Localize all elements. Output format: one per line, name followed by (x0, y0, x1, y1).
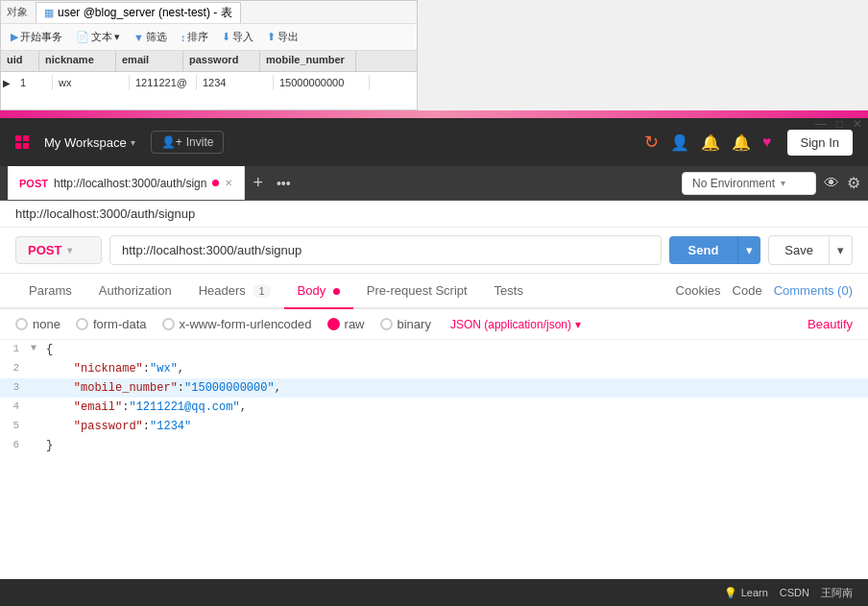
row-indicator: ▶ (1, 78, 14, 88)
invite-button[interactable]: 👤+ Invite (151, 131, 225, 154)
comments-link[interactable]: Comments (0) (774, 283, 853, 298)
request-tabs: Params Authorization Headers 1 Body Pre-… (0, 274, 868, 309)
minimize-button[interactable]: — (815, 117, 827, 131)
logo-cell (23, 135, 29, 141)
tab-close-icon[interactable]: ✕ (225, 178, 232, 188)
radio-none[interactable] (15, 318, 28, 330)
tab-tests[interactable]: Tests (481, 274, 537, 309)
logo-cell (15, 135, 21, 141)
tab-authorization[interactable]: Authorization (85, 274, 185, 309)
sort-button[interactable]: ↕ 排序 (175, 28, 215, 46)
postman-banner (0, 110, 868, 118)
user-icon[interactable]: 👤 (670, 133, 689, 152)
text-button[interactable]: 📄 文本 ▾ (70, 28, 126, 46)
eye-icon[interactable]: 👁 (824, 175, 839, 192)
lightbulb-icon: 💡 (724, 587, 737, 599)
csdn-link[interactable]: CSDN (780, 587, 809, 598)
headers-badge: 1 (253, 284, 270, 298)
line-number: 4 (0, 399, 31, 412)
option-binary[interactable]: binary (380, 317, 431, 331)
environment-dropdown[interactable]: No Environment ▾ (682, 172, 816, 195)
import-button[interactable]: ⬇ 导入 (216, 28, 259, 46)
option-none[interactable]: none (15, 317, 60, 331)
settings-icon[interactable]: 🔔 (732, 133, 751, 152)
tab-body[interactable]: Body (284, 274, 353, 309)
db-tab-table[interactable]: ▦ user @blog_server (nest-test) - 表 (36, 2, 241, 23)
topbar-icons: ↻ 👤 🔔 🔔 ♥ (644, 132, 772, 153)
method-label: POST (28, 243, 61, 257)
option-raw[interactable]: raw (327, 317, 365, 331)
method-select[interactable]: POST ▾ (15, 236, 102, 264)
cell-nickname: wx (53, 75, 130, 90)
table-row[interactable]: ▶ 1 wx 1211221@ 1234 15000000000 (1, 72, 417, 93)
tab-url: http://localhost:3000/auth/sign (54, 177, 206, 190)
line-number: 3 (0, 379, 31, 393)
send-button[interactable]: Send (669, 236, 738, 264)
code-line-3: 3 "mobile_number":"15000000000", (0, 378, 868, 398)
learn-link[interactable]: 💡 Learn (724, 587, 768, 599)
send-button-group: Send ▾ (669, 236, 761, 264)
save-dropdown-button[interactable]: ▾ (830, 235, 853, 265)
import-icon: ⬇ (222, 31, 230, 43)
line-content: } (46, 437, 53, 452)
workspace-dropdown[interactable]: My Workspace ▾ (44, 135, 135, 150)
gear-icon[interactable]: ⚙ (847, 174, 860, 192)
cell-email: 1211221@ (130, 75, 197, 90)
tab-unsaved-dot (212, 180, 219, 186)
code-editor[interactable]: 1 ▼ { 2 "nickname":"wx", 3 "mobile_numbe… (0, 340, 868, 606)
table-header: uid nickname email password mobile_numbe… (1, 51, 417, 72)
tab-add-button[interactable]: + (245, 173, 271, 193)
radio-urlencoded[interactable] (162, 318, 175, 330)
request-tab[interactable]: POST http://localhost:3000/auth/sign ✕ (8, 166, 245, 200)
option-urlencoded[interactable]: x-www-form-urlencoded (162, 317, 312, 331)
radio-binary[interactable] (380, 318, 393, 330)
tab-headers[interactable]: Headers 1 (185, 274, 284, 309)
fold-arrow (31, 399, 46, 400)
col-nickname: nickname (39, 51, 116, 71)
cell-uid: 1 (14, 75, 53, 90)
export-button[interactable]: ⬆ 导出 (261, 28, 304, 46)
code-line-4: 4 "email":"1211221@qq.com", (0, 398, 868, 417)
refresh-icon[interactable]: ↻ (644, 132, 659, 153)
send-dropdown-button[interactable]: ▾ (737, 236, 760, 264)
heart-icon[interactable]: ♥ (762, 133, 772, 151)
tab-more-button[interactable]: ••• (271, 176, 297, 191)
table-icon: ▦ (44, 7, 54, 19)
logo-cell (23, 143, 29, 149)
fold-arrow (31, 418, 46, 420)
maximize-button[interactable]: □ (836, 117, 843, 131)
fold-arrow[interactable]: ▼ (31, 341, 46, 353)
close-button[interactable]: ✕ (853, 117, 862, 131)
bottom-bar: 💡 Learn CSDN 王阿南 (0, 579, 868, 606)
text-dropdown-icon: ▾ (114, 31, 120, 43)
notification-icon[interactable]: 🔔 (701, 133, 720, 152)
method-chevron-icon: ▾ (67, 245, 72, 255)
logo-cell (15, 143, 21, 149)
beautify-button[interactable]: Beautify (808, 317, 853, 331)
filter-button[interactable]: ▼ 筛选 (128, 28, 173, 46)
radio-form-data[interactable] (76, 318, 88, 330)
tab-prerequest[interactable]: Pre-request Script (353, 274, 481, 309)
cookies-link[interactable]: Cookies (676, 283, 721, 298)
tab-params[interactable]: Params (15, 274, 85, 309)
db-titlebar: 对象 ▦ user @blog_server (nest-test) - 表 (1, 1, 417, 24)
line-content: "mobile_number":"15000000000", (46, 379, 281, 395)
option-form-data[interactable]: form-data (76, 317, 147, 331)
cell-password: 1234 (197, 75, 274, 90)
line-number: 6 (0, 437, 31, 450)
code-link[interactable]: Code (733, 283, 762, 298)
code-line-2: 2 "nickname":"wx", (0, 359, 868, 378)
radio-raw[interactable] (327, 318, 340, 330)
line-content: "email":"1211221@qq.com", (46, 399, 247, 414)
line-number: 2 (0, 360, 31, 374)
json-type-dropdown[interactable]: JSON (application/json) ▾ (450, 318, 581, 331)
user-profile-link[interactable]: 王阿南 (821, 586, 853, 600)
fold-arrow (31, 360, 46, 362)
start-transaction-button[interactable]: ▶ 开始事务 (5, 28, 68, 46)
db-toolbar: ▶ 开始事务 📄 文本 ▾ ▼ 筛选 ↕ 排序 ⬇ 导入 ⬆ 导出 (1, 24, 417, 51)
save-button[interactable]: Save (768, 235, 830, 265)
environment-label: No Environment (692, 177, 775, 190)
url-input[interactable] (109, 235, 662, 265)
env-chevron-icon: ▾ (781, 178, 785, 188)
workspace-label: My Workspace (44, 135, 127, 150)
